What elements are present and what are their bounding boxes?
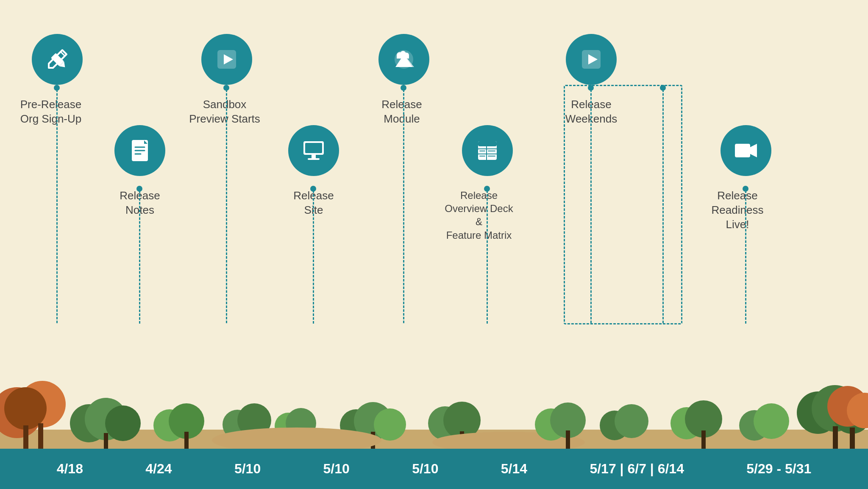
svg-rect-75 [833,426,838,450]
sandbox-preview-icon-container [201,34,252,85]
svg-point-55 [374,408,406,441]
date-label-1: 4/24 [145,461,172,477]
pencil-icon [45,47,70,72]
release-weekends-icon-container [566,34,617,85]
sandbox-preview-label: SandboxPreview Starts [186,98,263,126]
svg-rect-76 [850,428,855,450]
release-overview-icon-container [462,125,513,176]
release-site-line [313,187,314,324]
release-notes-icon [114,125,165,176]
svg-rect-12 [305,143,322,153]
svg-marker-35 [750,144,757,157]
release-site-dot [310,186,316,192]
release-site-icon [288,125,339,176]
pre-release-dot [54,85,60,91]
svg-rect-69 [701,430,706,450]
main-container: Pre-ReleaseOrg Sign-Up ReleaseNotes [0,0,868,489]
play-icon-weekends [579,47,604,72]
video-icon [733,138,759,163]
release-readiness-dot [743,186,748,192]
date-label-2: 5/10 [234,461,261,477]
release-module-line [403,86,404,323]
date-label-4: 5/10 [412,461,438,477]
trees-decoration [0,358,868,451]
date-label-7: 5/29 - 5/31 [746,461,811,477]
pre-release-line [56,86,58,323]
release-readiness-line [745,187,746,324]
date-label-6: 5/17 | 6/7 | 6/14 [590,461,684,477]
monitor-icon [301,138,326,163]
release-notes-dot [136,186,142,192]
date-label-3: 5/10 [323,461,350,477]
list-icon [475,138,500,163]
svg-rect-14 [308,158,320,160]
release-readiness-label: Release ReadinessLive! [699,189,776,232]
sandbox-preview-dot [223,85,229,91]
pre-release-icon-container [32,34,83,85]
date-label-5: 5/14 [501,461,527,477]
release-notes-icon-container [114,125,165,176]
release-overview-line [487,187,488,324]
svg-rect-44 [104,433,108,450]
document-icon [127,138,153,163]
mountain-icon [391,47,417,72]
release-readiness-icon [721,125,771,176]
weekends-dot-right [660,85,666,91]
date-bar: 4/18 4/24 5/10 5/10 5/10 5/14 5/17 | 6/7… [0,449,868,489]
weekends-dot-left [588,85,594,91]
svg-rect-47 [184,432,189,450]
svg-point-43 [105,405,141,441]
release-notes-line [139,187,140,324]
weekend-rect [564,85,682,324]
release-overview-icon [462,125,513,176]
sandbox-preview-line [226,86,227,323]
weekends-line-right [662,86,664,323]
release-overview-dot [484,186,490,192]
pre-release-label: Pre-ReleaseOrg Sign-Up [13,98,89,126]
sandbox-preview-icon [201,34,252,85]
release-module-icon [378,34,429,85]
svg-point-71 [754,403,789,439]
svg-point-66 [615,404,648,438]
release-module-dot [401,85,406,91]
svg-rect-13 [312,155,316,158]
svg-rect-39 [23,425,28,449]
play-icon-sandbox [214,47,239,72]
date-label-0: 4/18 [57,461,83,477]
svg-rect-34 [735,144,750,157]
release-weekends-icon [566,34,617,85]
svg-rect-27 [478,141,497,146]
svg-rect-64 [566,430,570,450]
svg-rect-40 [38,423,43,449]
release-readiness-icon-container [721,125,771,176]
svg-rect-22 [397,55,409,59]
weekends-line-left [590,86,592,323]
release-module-icon-container [378,34,429,85]
release-overview-label: ReleaseOverview Deck &Feature Matrix [441,189,517,242]
pre-release-icon [32,34,83,85]
release-site-icon-container [288,125,339,176]
release-module-label: ReleaseModule [364,98,440,126]
